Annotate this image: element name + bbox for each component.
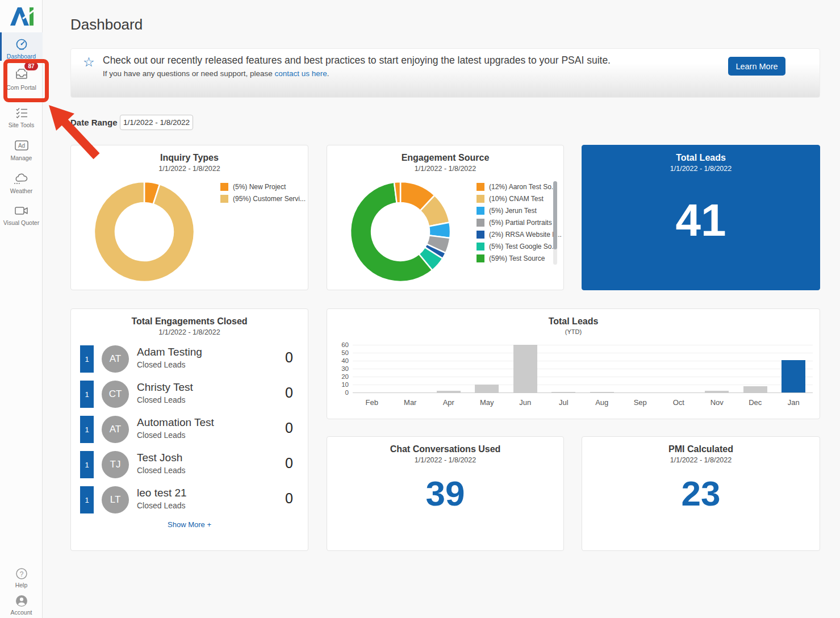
engagement-value: 0 xyxy=(285,490,293,507)
legend-swatch xyxy=(477,243,484,250)
notification-badge: 87 xyxy=(24,62,37,70)
legend-swatch xyxy=(477,219,484,227)
legend-item[interactable]: (5%) Test Google So... xyxy=(477,243,562,250)
contact-link[interactable]: contact us here xyxy=(274,69,327,78)
card-subtitle: 1/1/2022 - 1/8/2022 xyxy=(327,165,563,173)
engagement-name: Christy Test xyxy=(137,381,193,394)
app-logo-icon xyxy=(9,6,34,27)
legend-item[interactable]: (95%) Customer Servi... xyxy=(220,195,306,203)
rank-badge: 1 xyxy=(80,486,94,513)
bar xyxy=(475,385,499,392)
y-axis-label: 40 xyxy=(332,357,349,364)
gauge-icon xyxy=(0,38,43,52)
banner-support-line: If you have any questions or need suppor… xyxy=(103,69,705,78)
card-subtitle: 1/1/2022 - 1/8/2022 xyxy=(71,328,308,336)
x-axis-label: Nov xyxy=(698,398,737,407)
x-axis-label: Sep xyxy=(621,398,660,407)
x-axis-label: Mar xyxy=(391,398,430,407)
date-range-input[interactable] xyxy=(120,115,193,130)
x-axis-label: Oct xyxy=(659,398,698,407)
metric-value: 23 xyxy=(582,473,820,513)
engagement-name: Test Josh xyxy=(137,452,182,464)
legend-swatch xyxy=(477,231,484,239)
card-total-leads-ytd: Total Leads (YTD) 6050403020100FebMarApr… xyxy=(327,308,820,419)
legend-item[interactable]: (5%) Partial Portraits xyxy=(477,219,562,227)
sidebar-item-manage[interactable]: Ad Manage xyxy=(0,140,43,164)
y-axis-label: 60 xyxy=(332,341,349,348)
legend-label: (12%) Aaron Test So... xyxy=(489,183,557,191)
avatar: AT xyxy=(102,416,129,443)
legend-item[interactable]: (2%) RRSA Website L... xyxy=(477,231,562,239)
sidebar-item-dashboard[interactable]: Dashboard xyxy=(0,32,43,61)
sidebar-item-help[interactable]: ? Help xyxy=(0,567,43,590)
sidebar-item-label: Com Portal xyxy=(0,84,43,91)
donut-chart xyxy=(92,179,197,284)
svg-text:?: ? xyxy=(19,570,23,578)
rank-badge: 1 xyxy=(80,451,94,478)
app-root: Dashboard 87 Com Portal xyxy=(0,0,840,618)
legend-label: (95%) Customer Servi... xyxy=(233,195,306,203)
sidebar-item-weather[interactable]: Weather xyxy=(0,173,43,197)
banner-support-prefix: If you have any questions or need suppor… xyxy=(103,69,274,78)
cloud-rain-icon xyxy=(0,173,43,186)
legend-item[interactable]: (12%) Aaron Test So... xyxy=(477,183,562,191)
question-icon: ? xyxy=(0,567,43,581)
bar xyxy=(705,391,729,392)
banner-message: Check out our recently released features… xyxy=(103,54,705,67)
sidebar-item-account[interactable]: Account xyxy=(0,594,43,617)
date-range-label: Date Range xyxy=(70,118,118,127)
metric-value: 39 xyxy=(327,473,563,513)
show-more-link[interactable]: Show More + xyxy=(71,520,308,529)
legend-swatch xyxy=(220,195,228,203)
engagement-sub: Closed Leads xyxy=(137,466,186,475)
engagement-value: 0 xyxy=(285,349,293,366)
chart-legend: (12%) Aaron Test So...(10%) CNAM Test(5%… xyxy=(477,183,562,266)
bar xyxy=(551,392,575,392)
card-subtitle: 1/1/2022 - 1/8/2022 xyxy=(71,165,308,173)
legend-label: (5%) Partial Portraits xyxy=(489,219,552,227)
engagement-value: 0 xyxy=(285,420,293,436)
gridline xyxy=(353,377,813,377)
card-subtitle: 1/1/2022 - 1/8/2022 xyxy=(582,165,820,173)
gridline xyxy=(353,345,813,345)
legend-item[interactable]: (5%) New Project xyxy=(220,183,306,191)
sidebar-item-com-portal[interactable]: 87 Com Portal xyxy=(0,67,43,98)
card-title: Total Leads xyxy=(582,153,820,163)
legend-scrollbar[interactable] xyxy=(553,181,557,249)
person-icon xyxy=(0,594,43,608)
banner-support-suffix: . xyxy=(327,69,329,78)
engagement-row: 1ATAutomation TestClosed Leads0 xyxy=(71,412,308,447)
card-title: Chat Conversations Used xyxy=(327,444,563,454)
sidebar: Dashboard 87 Com Portal xyxy=(0,0,43,618)
app-logo[interactable] xyxy=(0,6,43,30)
legend-item[interactable]: (59%) Test Source xyxy=(477,254,562,262)
sidebar-item-label: Site Tools xyxy=(0,122,43,128)
bar xyxy=(743,386,767,392)
legend-item[interactable]: (10%) CNAM Test xyxy=(477,195,562,203)
legend-swatch xyxy=(477,195,484,203)
engagement-row: 1LTleo test 21Closed Leads0 xyxy=(71,482,308,517)
card-title: Inquiry Types xyxy=(71,153,308,163)
engagement-value: 0 xyxy=(285,455,293,471)
donut-slice xyxy=(94,182,194,282)
learn-more-button[interactable]: Learn More xyxy=(728,57,785,76)
rank-badge: 1 xyxy=(80,381,94,408)
card-chat-conversations: Chat Conversations Used 1/1/2022 - 1/8/2… xyxy=(327,436,564,551)
legend-label: (10%) CNAM Test xyxy=(489,195,544,203)
sidebar-item-visual-quoter[interactable]: Visual Quoter xyxy=(0,204,43,229)
legend-swatch xyxy=(477,183,484,191)
legend-label: (59%) Test Source xyxy=(489,254,545,262)
gridline xyxy=(353,369,813,369)
card-title: PMI Calculated xyxy=(582,444,820,454)
sidebar-item-site-tools[interactable]: Site Tools xyxy=(0,107,43,131)
engagement-sub: Closed Leads xyxy=(137,360,186,369)
legend-item[interactable]: (5%) Jerun Test xyxy=(477,207,562,215)
bar xyxy=(513,345,537,392)
gridline xyxy=(353,385,813,385)
engagement-sub: Closed Leads xyxy=(137,395,186,404)
legend-label: (5%) Test Google So... xyxy=(489,243,558,250)
page-title: Dashboard xyxy=(70,16,143,34)
legend-swatch xyxy=(477,207,484,215)
legend-swatch xyxy=(477,254,484,262)
x-axis-label: Aug xyxy=(583,398,621,407)
